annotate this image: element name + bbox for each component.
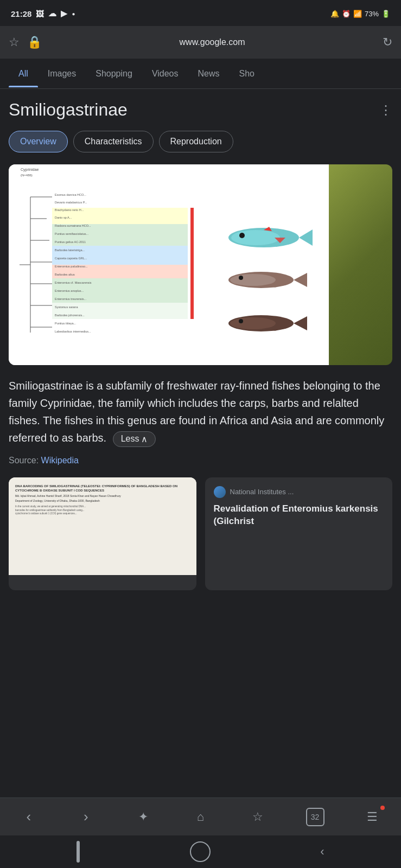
alarm2-icon: ⏰ [342,10,351,18]
play-icon: ▶ [61,9,67,18]
svg-text:Puntius gelius AC-2011: Puntius gelius AC-2011 [55,240,86,244]
svg-text:Puntius semifasciolatus...: Puntius semifasciolatus... [55,232,89,235]
forward-nav-button[interactable]: › [72,805,99,829]
image-section: Cyprinidae (N=486) Esomus danrica HCO...… [9,164,392,365]
wikipedia-link[interactable]: Wikipedia [41,456,79,465]
home-icon: ⌂ [197,810,204,824]
svg-text:Esomus danrica HCO...: Esomus danrica HCO... [55,193,86,196]
tab-all[interactable]: All [9,60,38,87]
tab-images[interactable]: Images [38,60,86,87]
alarm-icon: 🔔 [330,10,339,18]
cloud-icon: ☁ [48,9,56,18]
phylo-svg: Cyprinidae (N=486) Esomus danrica HCO...… [9,164,329,365]
svg-text:Enteromius cf. Mascarensis: Enteromius cf. Mascarensis [55,281,92,284]
tab-shopping[interactable]: Shopping [86,60,142,87]
svg-point-26 [239,276,243,280]
time: 21:28 [11,9,31,18]
svg-point-25 [230,274,276,286]
notification-dot [380,806,385,810]
result-cards: DNA BARCODING OF SMILIOGASTRINAE (TELEOS… [9,477,392,590]
tab-videos[interactable]: Videos [142,60,188,87]
result-card-image-1: DNA BARCODING OF SMILIOGASTRINAE (TELEOS… [9,477,196,575]
svg-text:(N=486): (N=486) [21,174,33,177]
home-button[interactable]: ⌂ [187,805,214,829]
svg-point-19 [231,230,280,245]
svg-point-30 [239,319,243,323]
ai-icon: ✦ [138,810,148,824]
result-card-body-1 [9,575,196,590]
svg-rect-7 [190,208,194,319]
description: Smiliogastrinae is a subfamily of freshw… [9,377,392,447]
svg-point-20 [239,233,245,238]
menu-icon: ☰ [367,810,378,824]
lock-icon: 🔒 [27,35,42,49]
ai-button[interactable]: ✦ [130,805,157,829]
result-source: National Institutes ... [214,486,384,498]
battery-icon: 🔋 [381,10,390,18]
url-bar[interactable]: www.google.com [49,37,375,47]
svg-text:Barbodes lateristriga...: Barbodes lateristriga... [55,248,85,252]
category-pills: Overview Characteristics Reproduction [9,131,392,152]
photo-icon: 🖼 [36,9,44,18]
menu-button[interactable]: ☰ [359,805,386,829]
refresh-icon[interactable]: ↻ [383,35,392,49]
source-name: National Institutes ... [230,488,294,496]
svg-text:Cyprinidae: Cyprinidae [21,168,39,172]
back-nav-button[interactable]: ‹ [15,805,42,829]
forward-icon: › [84,808,88,825]
tabs-button[interactable]: 32 [302,805,329,829]
svg-point-29 [230,317,276,329]
back-icon: ‹ [26,808,31,825]
star-icon[interactable]: ☆ [9,35,20,49]
home-indicator: ‹ [0,835,401,868]
result-card-body-2: National Institutes ... Revalidation of … [205,477,393,537]
svg-text:Enteromius anoplus...: Enteromius anoplus... [55,289,84,292]
result-card-1[interactable]: DNA BARCODING OF SMILIOGASTRINAE (TELEOS… [9,477,196,590]
svg-text:Danio sp A...: Danio sp A... [55,216,72,219]
tab-count: 32 [306,808,324,826]
star-nav-icon: ☆ [252,810,263,824]
battery: 73% [365,10,379,18]
bottom-nav: ‹ › ✦ ⌂ ☆ 32 ☰ [0,797,401,835]
search-tabs: All Images Shopping Videos News Sho [0,59,401,89]
status-left: 21:28 🖼 ☁ ▶ ● [11,9,75,18]
svg-text:Barbodes altus: Barbodes altus [55,273,75,276]
source-globe-icon [214,486,226,498]
pill-overview[interactable]: Overview [9,131,68,152]
back-indicator: ‹ [320,845,324,859]
wifi-icon: 📶 [353,10,362,18]
svg-text:Rasbora sumatrana HCO...: Rasbora sumatrana HCO... [55,224,91,227]
browser-bar: ☆ 🔒 www.google.com ↻ [0,26,401,59]
document-preview: DNA BARCODING OF SMILIOGASTRINAE (TELEOS… [9,477,196,575]
svg-text:Labeobarbus intermedius...: Labeobarbus intermedius... [55,330,91,333]
result-card-title: Revalidation of Enteromius karkensis (Gi… [214,502,384,528]
more-options-icon[interactable]: ⋮ [379,103,392,118]
svg-text:Systomus sarana: Systomus sarana [55,305,78,309]
svg-text:Barbodes johorensis...: Barbodes johorensis... [55,314,85,317]
phylo-tree-image[interactable]: Cyprinidae (N=486) Esomus danrica HCO...… [9,164,329,365]
tab-news[interactable]: News [188,60,230,87]
less-button[interactable]: Less ∧ [113,431,156,447]
dot-icon: ● [72,11,75,17]
svg-text:Devario malabaricus P...: Devario malabaricus P... [55,201,87,204]
chevron-up-icon: ∧ [141,434,148,444]
pill-characteristics[interactable]: Characteristics [73,131,154,152]
bookmarks-button[interactable]: ☆ [244,805,271,829]
svg-text:Brachydanio rerio H...: Brachydanio rerio H... [55,208,84,212]
pill-reproduction[interactable]: Reproduction [159,131,233,152]
main-content: Smiliogastrinae ⋮ Overview Characteristi… [0,89,401,601]
circle-indicator [190,841,211,862]
source-line: Source: Wikipedia [9,456,392,465]
svg-text:Puntius titteya...: Puntius titteya... [55,322,77,325]
status-bar: 21:28 🖼 ☁ ▶ ● 🔔 ⏰ 📶 73% 🔋 [0,0,401,26]
side-image [329,164,392,365]
svg-text:Enteromius treurensis...: Enteromius treurensis... [55,297,87,301]
page-title: Smiliogastrinae [9,100,128,120]
svg-text:Capoeta capoeta GRL...: Capoeta capoeta GRL... [55,257,87,260]
pill-indicator [77,841,80,863]
title-row: Smiliogastrinae ⋮ [9,100,392,120]
result-card-2[interactable]: National Institutes ... Revalidation of … [205,477,393,590]
status-right: 🔔 ⏰ 📶 73% 🔋 [330,10,390,18]
tab-more[interactable]: Sho [230,60,264,87]
svg-text:Enteromius paludinoso...: Enteromius paludinoso... [55,265,88,268]
